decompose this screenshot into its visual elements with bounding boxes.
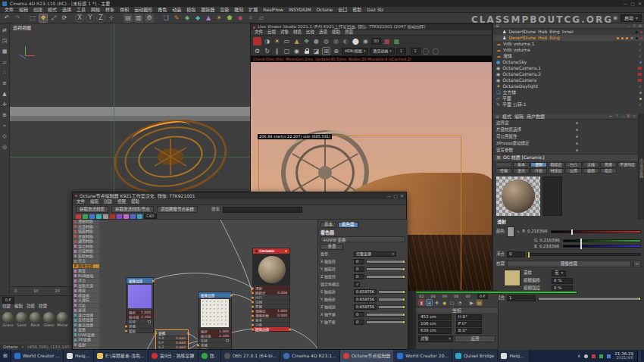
taskbar-item[interactable]: 微信 — [199, 350, 221, 362]
tag-row[interactable]: 片键材质选择 — [493, 126, 581, 133]
matman-menu-edit[interactable]: 编辑 — [14, 304, 23, 309]
object-row[interactable]: ◉ OctaneCamera.2 — [493, 71, 644, 77]
trans-x-slider[interactable] — [366, 313, 405, 317]
coordinate-system-icon[interactable]: ⊹ — [107, 14, 116, 23]
lv-menu-interface[interactable]: 界面 — [345, 30, 353, 35]
mat-tab-medium[interactable]: 介质 — [530, 168, 547, 173]
menu-simulate[interactable]: 模拟 — [186, 8, 195, 12]
menu-mesh[interactable]: 网格 — [91, 8, 100, 12]
field-width[interactable]: 1 — [396, 48, 406, 55]
get-active-material-button[interactable]: 获取激活材质 — [76, 206, 108, 213]
mat-tab-diffuse[interactable]: 漫射 — [530, 162, 547, 167]
rot-x-slider[interactable] — [366, 260, 405, 264]
polygons-mode-icon[interactable]: ▲ — [1, 90, 8, 98]
diffuse-chip[interactable] — [76, 214, 81, 219]
node-header[interactable]: 图像纹理 — [199, 292, 231, 298]
trans-y-slider[interactable] — [366, 320, 405, 324]
params-tab-shader[interactable]: 着色器 — [338, 222, 358, 228]
am-back-icon[interactable]: ← — [609, 114, 612, 118]
mat-tab-edit[interactable]: 编辑 — [583, 168, 599, 173]
menu-window[interactable]: 窗口 — [338, 8, 347, 12]
search-input[interactable] — [223, 207, 302, 213]
am-up-icon[interactable]: ↑ — [616, 114, 619, 118]
lv-menu-options[interactable]: 选项 — [319, 30, 327, 35]
am-lock-icon[interactable]: ◇ — [633, 114, 636, 118]
render-dot[interactable] — [640, 31, 642, 33]
rot-x-field[interactable]: 0 — [354, 259, 364, 264]
viewport-label[interactable]: 透视视图 — [13, 26, 31, 30]
tag-state-dot[interactable] — [576, 142, 578, 145]
mat-tab-basic[interactable]: 基本 — [513, 162, 530, 167]
daylight-icon[interactable]: ☀ — [273, 37, 281, 45]
scale-z-slider[interactable] — [378, 305, 405, 309]
material-tag[interactable] — [639, 92, 642, 94]
red-checker-icon[interactable]: ▦ — [383, 37, 391, 45]
snap-icon[interactable]: ⌗ — [246, 14, 255, 23]
object-row[interactable]: ◉ OctaneCamera.1 — [493, 65, 644, 71]
rot-h-field[interactable]: H 0° — [456, 314, 482, 320]
half-res-icon[interactable]: ◪ — [312, 47, 320, 55]
float-slider[interactable] — [527, 253, 641, 256]
undo-icon[interactable]: ↶ — [2, 14, 11, 23]
menu-spline[interactable]: 样条 — [105, 8, 114, 12]
menu-realflow[interactable]: RealFlow — [263, 8, 283, 12]
specular-material-icon[interactable]: ◎ — [332, 37, 340, 45]
tray-av-icon[interactable] — [599, 354, 603, 358]
rot-b-field[interactable]: B 0° — [456, 328, 482, 334]
pause-icon[interactable]: ∥ — [273, 47, 281, 55]
stop-render-icon[interactable] — [253, 37, 261, 45]
object-row-selected[interactable]: ♟ DesertDune_Hab_Ring ✕ — [493, 35, 644, 41]
material-swatch[interactable]: Metal — [57, 312, 68, 327]
om-burger-icon[interactable]: ≡ — [496, 23, 499, 28]
tweak-mode-icon[interactable]: ✛ — [1, 101, 8, 108]
menu-daz3d[interactable]: Daz 3D — [367, 8, 383, 12]
node-list-item[interactable]: 投射 — [73, 343, 99, 348]
tray-mic-icon[interactable] — [584, 354, 588, 358]
menu-edit[interactable]: 编辑 — [19, 8, 28, 12]
layout-dropdown[interactable]: 启动▾ — [621, 14, 642, 22]
node-header[interactable]: 图像纹理 — [127, 278, 153, 283]
material-swatch[interactable]: Grass — [2, 312, 14, 327]
tray-clock[interactable]: 21:36:29 2021/9/6 — [614, 352, 633, 360]
menu-file[interactable]: 文件 — [5, 8, 14, 12]
mix-chip[interactable] — [110, 214, 115, 219]
add-camera-icon[interactable]: ◉ — [236, 14, 245, 23]
tag-row[interactable]: 边界盒 — [493, 120, 581, 126]
am-filter-icon[interactable]: ∇ — [627, 114, 630, 118]
metal-chip[interactable] — [96, 214, 102, 219]
menu-volume[interactable]: 体积 — [120, 8, 129, 12]
add-deformer-icon[interactable]: ◆ — [193, 14, 202, 23]
notification-button[interactable] — [637, 351, 641, 361]
am-tab-userdata[interactable]: 用户数据 — [527, 114, 545, 119]
y-axis-lock-icon[interactable]: Y — [86, 14, 95, 23]
menu-tools[interactable]: 工具 — [77, 8, 86, 12]
image-texture-button[interactable]: 图像纹理 — [507, 261, 631, 267]
menu-mograph[interactable]: 运动图形 — [134, 8, 152, 12]
material-preview[interactable] — [496, 176, 540, 216]
node-canvas[interactable]: 图像纹理 强度1.000 伽马值2.200 反转 变换 投射 变换 S.X0.6… — [99, 220, 317, 349]
enabled-check-icon[interactable]: ✓ — [639, 85, 642, 89]
color-label[interactable]: 颜色 — [496, 229, 505, 234]
lv-menu-compare[interactable]: 比较 — [306, 30, 314, 35]
zoom-icon[interactable]: ⊕ — [332, 47, 340, 55]
transform-node[interactable]: 变换 S.X0.660 S.Y0.660 S.Z0.660 — [155, 329, 189, 349]
tag-x-icon[interactable]: ✕ — [630, 36, 633, 40]
film-icon[interactable]: ▤ — [476, 299, 483, 306]
axis-mode-icon[interactable]: ⊕ — [1, 111, 8, 119]
ne-menu-file[interactable]: 文件 — [77, 200, 85, 204]
pos-x-field[interactable]: 453 cm — [418, 314, 452, 320]
pass-prev-icon[interactable]: ◯ — [422, 47, 430, 55]
image-texture-node-1[interactable]: 图像纹理 强度1.000 伽马值2.200 反转 变换 投射 — [126, 277, 154, 333]
keyframe-icon[interactable]: ⊞ — [426, 299, 433, 306]
channel-g-slider[interactable] — [563, 239, 641, 242]
points-mode-icon[interactable]: ∴ — [1, 69, 8, 76]
transform-chip[interactable] — [137, 214, 142, 219]
glossy-chip[interactable] — [83, 214, 88, 219]
node-editor-titlebar[interactable]: Octane节点编辑器 K921工作室汉化, 微信: TTK921001 — ▢… — [73, 192, 406, 199]
rot-y-slider[interactable] — [366, 267, 405, 271]
pass-next-icon[interactable]: ◯ — [432, 47, 440, 55]
snap-toggle-icon[interactable]: ⌁ — [1, 122, 8, 130]
channel-r-value[interactable]: 0.218398 — [527, 229, 549, 234]
lv-menu-objects[interactable]: 对象 — [280, 30, 289, 35]
apply-button[interactable]: 应用 — [455, 335, 496, 342]
